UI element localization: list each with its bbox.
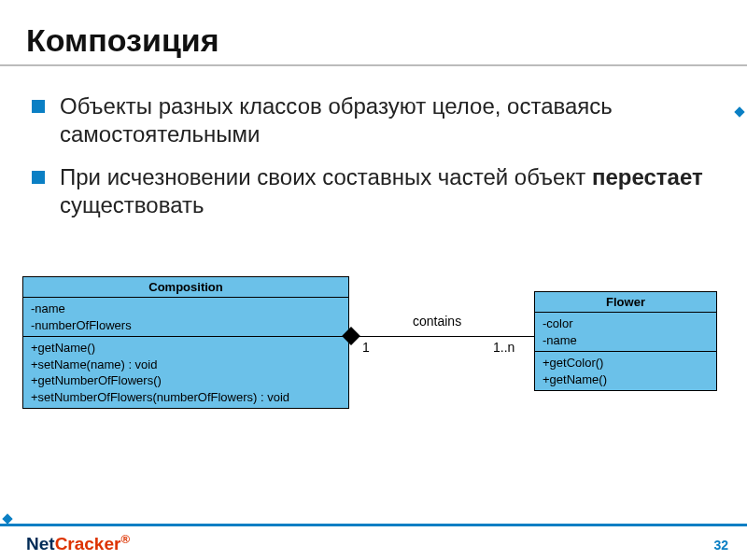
bullet-item: Объекты разных классов образуют целое, о…	[60, 92, 734, 148]
uml-attribute: -name	[31, 301, 341, 317]
uml-attributes: -name -numberOfFlowers	[23, 298, 348, 337]
bullet-text-bold: перестает	[592, 164, 703, 189]
uml-operation: +setNumberOfFlowers(numberOfFlowers) : v…	[31, 389, 341, 406]
uml-attribute: -numberOfFlowers	[31, 317, 341, 334]
uml-attributes: -color -name	[535, 313, 716, 352]
uml-operations: +getColor() +getName()	[535, 352, 716, 390]
association-label: contains	[413, 314, 461, 329]
uml-operation: +getName()	[543, 371, 709, 388]
uml-attribute: -color	[543, 315, 709, 332]
uml-operation: +setName(name) : void	[31, 357, 341, 373]
bullet-list: Объекты разных классов образуют целое, о…	[60, 92, 734, 219]
uml-class-composition: Composition -name -numberOfFlowers +getN…	[22, 276, 349, 409]
uml-class-name: Flower	[535, 292, 716, 313]
decorative-diamond-icon	[2, 513, 12, 524]
uml-operation: +getName()	[31, 340, 341, 357]
footer: NetCracker® 32	[0, 526, 747, 560]
uml-operation: +getColor()	[543, 355, 709, 371]
uml-operations: +getName() +setName(name) : void +getNum…	[23, 337, 348, 408]
uml-class-name: Composition	[23, 277, 348, 298]
multiplicity-left: 1	[362, 340, 370, 355]
logo-text-post: Cracker	[55, 534, 121, 553]
registered-icon: ®	[120, 532, 130, 546]
page-number: 32	[713, 538, 728, 553]
uml-class-flower: Flower -color -name +getColor() +getName…	[534, 291, 717, 391]
bullet-item: При исчезновении своих составных частей …	[60, 163, 734, 219]
page-title: Композиция	[0, 0, 747, 64]
brand-logo: NetCracker®	[26, 532, 130, 554]
bullet-text-pre: Объекты разных классов образуют целое, о…	[60, 93, 613, 147]
bullet-text-post: существовать	[60, 192, 204, 217]
content-area: Объекты разных классов образуют целое, о…	[0, 66, 747, 219]
logo-text-pre: Net	[26, 534, 55, 553]
uml-diagram: Composition -name -numberOfFlowers +getN…	[22, 276, 728, 467]
bullet-text-pre: При исчезновении своих составных частей …	[60, 164, 592, 189]
uml-attribute: -name	[543, 332, 709, 349]
uml-operation: +getNumberOfFlowers()	[31, 372, 341, 389]
association-line	[349, 336, 534, 337]
multiplicity-right: 1..n	[493, 340, 514, 355]
